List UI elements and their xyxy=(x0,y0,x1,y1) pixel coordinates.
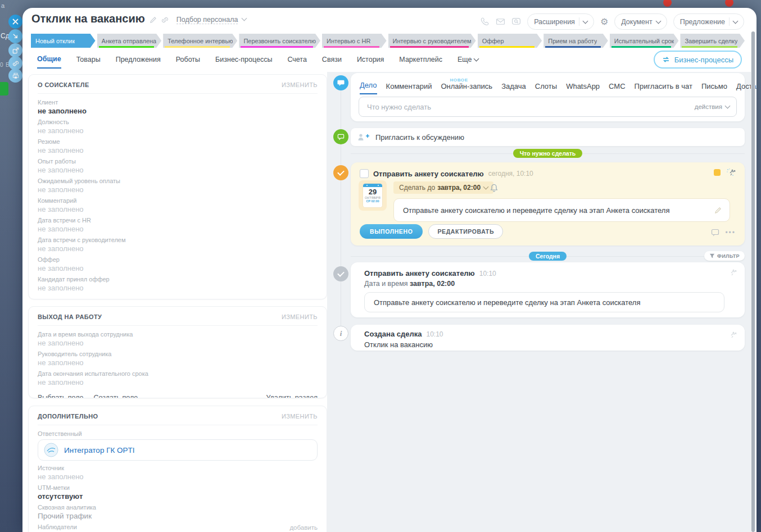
tab-robots[interactable]: Роботы xyxy=(176,55,200,69)
reminder-bell-icon[interactable] xyxy=(490,184,498,192)
chevron-down-icon xyxy=(483,184,489,190)
field-analytics: Сквозная аналитикаПрочий трафик xyxy=(38,504,318,521)
gear-icon[interactable]: ⚙ xyxy=(600,16,608,27)
panel-scrollbar[interactable] xyxy=(751,31,755,532)
entry-title[interactable]: Создана сделка xyxy=(364,330,422,338)
backdrop-text-fragment: а xyxy=(1,2,4,9)
add-watcher-link[interactable]: добавить xyxy=(289,524,318,531)
offer-button[interactable]: Предложение xyxy=(673,13,744,30)
more-actions-icon[interactable]: ••• xyxy=(725,231,736,234)
section-title: О СОИСКАТЕЛЕ xyxy=(38,81,89,88)
breadcrumb-caret-icon xyxy=(242,15,247,21)
close-button[interactable] xyxy=(8,15,22,29)
print-button[interactable] xyxy=(8,69,22,83)
tab-business-processes[interactable]: Бизнес-процессы xyxy=(215,55,272,69)
stage-phone-interview[interactable]: Телефонное интервью xyxy=(163,34,237,48)
stage-new-response[interactable]: Новый отклик xyxy=(31,34,96,48)
edit-description-icon[interactable] xyxy=(714,207,722,214)
timeline-entry-created[interactable]: Создана сделка 10:10 Отклик на вакансию xyxy=(351,325,745,351)
document-label: Документ xyxy=(621,18,652,26)
composer-tab-sms[interactable]: СМС xyxy=(609,82,625,94)
business-processes-button[interactable]: Бизнес-процессы xyxy=(654,51,742,69)
section-title: ВЫХОД НА РАБОТУ xyxy=(38,313,102,320)
tab-general[interactable]: Общие xyxy=(37,55,61,69)
composer-tab-email[interactable]: Письмо xyxy=(701,82,727,94)
tab-invoices[interactable]: Счета xyxy=(287,55,306,69)
due-label: Сделать до xyxy=(399,184,435,192)
task-description-box[interactable]: Отправьте анкету соискателю и переведите… xyxy=(393,198,730,222)
page-title: Отклик на вакансию xyxy=(31,12,145,25)
composer-tab-task[interactable]: Задача xyxy=(501,82,526,94)
collapse-button[interactable] xyxy=(8,29,22,43)
select-field-link[interactable]: Выбрать поле xyxy=(38,394,84,398)
automation-ping-icon-faded xyxy=(727,268,737,276)
edit-task-button[interactable]: РЕДАКТИРОВАТЬ xyxy=(428,224,503,239)
responsible-user-chip[interactable]: Интегратор ГК OPTI xyxy=(38,439,318,461)
edit-title-icon[interactable] xyxy=(150,16,157,24)
tab-quotes[interactable]: Предложения xyxy=(116,55,161,69)
task-title[interactable]: Отправить анкету соискателю xyxy=(373,170,484,178)
task-due-selector[interactable]: Сделать до завтра, 02:00 xyxy=(393,181,493,194)
tab-history[interactable]: История xyxy=(357,55,384,69)
tab-links[interactable]: Связи xyxy=(322,55,342,69)
stage-offer[interactable]: Оффер xyxy=(478,34,542,48)
chevron-down-icon xyxy=(733,18,739,24)
responsible-name[interactable]: Интегратор ГК OPTI xyxy=(64,446,135,454)
composer-tab-online-booking[interactable]: НОВОЕОнлайн-запись xyxy=(441,82,492,94)
stage-hr-interview[interactable]: Интервью с HR xyxy=(322,34,387,48)
field-manager-meeting-date: Дата встречи с руководителемне заполнено xyxy=(38,237,318,253)
stage-probation[interactable]: Испытательный срок xyxy=(610,34,679,48)
composer-chat-icon xyxy=(333,75,348,90)
chat-search-icon[interactable] xyxy=(511,17,521,26)
comment-bubble-icon xyxy=(333,129,348,144)
section-edit-link[interactable]: ИЗМЕНИТЬ xyxy=(282,313,318,320)
deal-stage-bar: Новый отклик Анкета отправлена Телефонно… xyxy=(31,34,745,48)
mail-icon[interactable] xyxy=(496,17,505,26)
link-icon xyxy=(12,60,19,67)
timeline-entry-task[interactable]: Отправить анкету соискателю 10:10 Дата и… xyxy=(351,262,745,317)
composer-tab-slots[interactable]: Слоты xyxy=(535,82,557,94)
stage-form-sent[interactable]: Анкета отправлена xyxy=(97,34,162,48)
invite-to-discussion[interactable]: Пригласить к обсуждению xyxy=(351,128,745,146)
stage-close-deal[interactable]: Завершить сделку xyxy=(680,34,745,48)
chevron-down-icon xyxy=(474,56,479,62)
tab-more[interactable]: Еще xyxy=(457,55,478,69)
complete-task-button[interactable]: ВЫПОЛНЕНО xyxy=(360,224,423,239)
scrollbar-thumb[interactable] xyxy=(751,31,755,532)
field-hr-meeting-date: Дата встречи с HRне заполнено xyxy=(38,217,318,234)
breadcrumb[interactable]: Подбор персонала xyxy=(176,16,238,24)
task-checkbox[interactable] xyxy=(360,169,369,178)
new-badge: НОВОЕ xyxy=(450,78,468,83)
arrow-collapse-icon xyxy=(12,33,19,39)
stage-manager-interview[interactable]: Интервью с руководителем xyxy=(388,34,476,48)
composer-actions-button[interactable]: действия xyxy=(695,103,730,110)
backdrop-green-bar xyxy=(0,82,8,96)
automation-ping-icon[interactable] xyxy=(726,168,736,176)
tab-products[interactable]: Товары xyxy=(76,55,101,69)
todo-divider: Что нужно сделать xyxy=(351,149,745,158)
composer-tab-activity[interactable]: Дело xyxy=(360,81,377,94)
tab-marketplace[interactable]: Маркетплейс xyxy=(399,55,442,69)
document-button[interactable]: Документ xyxy=(614,13,667,30)
composer-tab-comment[interactable]: Комментарий xyxy=(386,82,432,94)
today-divider: Сегодня xyxy=(351,252,745,261)
field-position: Должностьне заполнено xyxy=(38,119,318,135)
section-edit-link[interactable]: ИЗМЕНИТЬ xyxy=(282,413,318,420)
stage-hiring[interactable]: Прием на работу xyxy=(543,34,608,48)
phone-icon[interactable] xyxy=(480,17,490,26)
entry-title[interactable]: Отправить анкету соискателю xyxy=(364,269,475,278)
extensions-button[interactable]: Расширения xyxy=(527,13,594,30)
composer-input-wrap: действия xyxy=(359,97,737,117)
note-comment-icon[interactable] xyxy=(711,229,719,237)
create-field-link[interactable]: Создать поле xyxy=(94,394,138,398)
composer-input[interactable] xyxy=(366,102,695,112)
delete-section-link[interactable]: Удалить раздел xyxy=(266,394,318,398)
section-edit-link[interactable]: ИЗМЕНИТЬ xyxy=(282,81,318,88)
composer-tab-invite-chat[interactable]: Пригласить в чат xyxy=(635,82,692,94)
timeline-zone: i Дело Комментарий НОВОЕОнлайн-запись За… xyxy=(327,72,751,532)
stage-callback[interactable]: Перезвонить соискателю xyxy=(239,34,320,48)
copy-link-title-icon[interactable] xyxy=(161,16,169,24)
composer-tab-whatsapp[interactable]: WhatsApp xyxy=(566,82,600,94)
open-in-new-window-button[interactable] xyxy=(8,43,22,57)
timeline-filter-button[interactable]: ФИЛЬТР xyxy=(704,251,745,261)
